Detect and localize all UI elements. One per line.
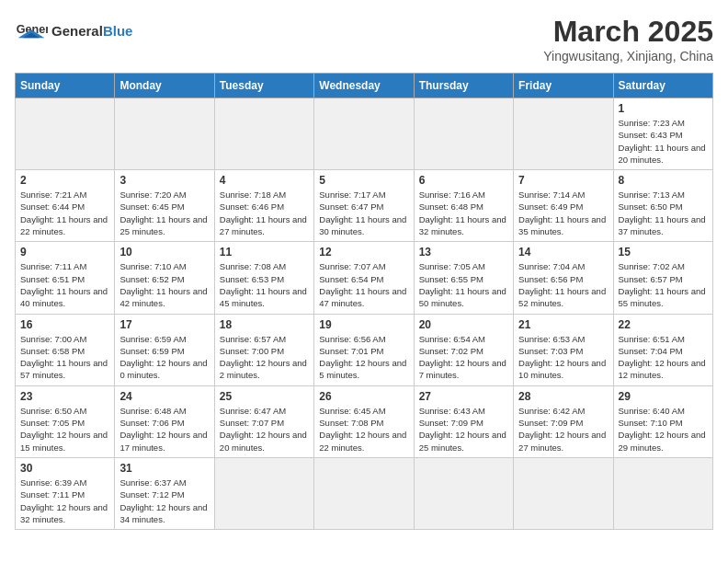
day-number: 18 — [220, 318, 309, 331]
day-number: 23 — [20, 390, 109, 403]
day-number: 7 — [518, 174, 608, 187]
calendar-week-row: 9Sunrise: 7:11 AMSunset: 6:51 PMDaylight… — [16, 242, 713, 314]
day-number: 10 — [119, 246, 209, 259]
day-info: Sunrise: 7:07 AMSunset: 6:54 PMDaylight:… — [319, 260, 408, 309]
day-info: Sunrise: 7:10 AMSunset: 6:52 PMDaylight:… — [119, 260, 209, 309]
weekday-header-cell: Wednesday — [314, 74, 414, 98]
calendar-day-cell — [314, 98, 414, 170]
day-number: 26 — [319, 390, 408, 403]
calendar-day-cell: 9Sunrise: 7:11 AMSunset: 6:51 PMDaylight… — [16, 242, 115, 314]
month-title: March 2025 — [543, 15, 713, 49]
day-number: 25 — [220, 390, 309, 403]
day-number: 19 — [319, 318, 408, 331]
calendar-day-cell: 5Sunrise: 7:17 AMSunset: 6:47 PMDaylight… — [314, 170, 414, 242]
calendar-day-cell: 8Sunrise: 7:13 AMSunset: 6:50 PMDaylight… — [613, 170, 712, 242]
page-header: General GeneralBlue March 2025 Yingwusit… — [15, 15, 713, 63]
day-number: 6 — [419, 174, 508, 187]
day-info: Sunrise: 7:00 AMSunset: 6:58 PMDaylight:… — [20, 333, 109, 382]
day-number: 13 — [419, 246, 508, 259]
day-info: Sunrise: 7:14 AMSunset: 6:49 PMDaylight:… — [518, 189, 608, 237]
calendar-day-cell — [115, 98, 214, 170]
calendar-week-row: 16Sunrise: 7:00 AMSunset: 6:58 PMDayligh… — [16, 314, 713, 385]
calendar-day-cell — [214, 457, 313, 529]
day-number: 31 — [119, 462, 209, 475]
day-info: Sunrise: 7:13 AMSunset: 6:50 PMDaylight:… — [619, 189, 708, 237]
weekday-header-cell: Friday — [514, 74, 613, 98]
calendar-day-cell — [214, 98, 313, 170]
day-info: Sunrise: 6:45 AMSunset: 7:08 PMDaylight:… — [319, 405, 408, 454]
day-info: Sunrise: 6:48 AMSunset: 7:06 PMDaylight:… — [119, 405, 209, 454]
calendar-day-cell: 1Sunrise: 7:23 AMSunset: 6:43 PMDaylight… — [613, 98, 712, 170]
day-number: 27 — [419, 390, 508, 403]
calendar-day-cell — [314, 457, 414, 529]
calendar-day-cell: 3Sunrise: 7:20 AMSunset: 6:45 PMDaylight… — [115, 170, 214, 242]
calendar-day-cell: 10Sunrise: 7:10 AMSunset: 6:52 PMDayligh… — [115, 242, 214, 314]
calendar-day-cell: 25Sunrise: 6:47 AMSunset: 7:07 PMDayligh… — [214, 385, 313, 457]
weekday-header-row: SundayMondayTuesdayWednesdayThursdayFrid… — [16, 74, 713, 98]
day-info: Sunrise: 7:04 AMSunset: 6:56 PMDaylight:… — [518, 260, 608, 309]
day-info: Sunrise: 6:40 AMSunset: 7:10 PMDaylight:… — [619, 405, 708, 454]
day-number: 20 — [419, 318, 508, 331]
calendar-day-cell: 28Sunrise: 6:42 AMSunset: 7:09 PMDayligh… — [514, 385, 613, 457]
day-info: Sunrise: 7:16 AMSunset: 6:48 PMDaylight:… — [419, 189, 508, 237]
day-info: Sunrise: 6:59 AMSunset: 6:59 PMDaylight:… — [119, 333, 209, 382]
calendar-day-cell — [514, 98, 613, 170]
calendar-day-cell: 11Sunrise: 7:08 AMSunset: 6:53 PMDayligh… — [214, 242, 313, 314]
day-number: 4 — [220, 174, 309, 187]
day-number: 9 — [20, 246, 109, 259]
calendar-day-cell: 27Sunrise: 6:43 AMSunset: 7:09 PMDayligh… — [414, 385, 513, 457]
day-info: Sunrise: 7:18 AMSunset: 6:46 PMDaylight:… — [220, 189, 309, 237]
title-area: March 2025 Yingwusitang, Xinjiang, China — [543, 15, 713, 63]
day-number: 16 — [20, 318, 109, 331]
day-number: 22 — [619, 318, 708, 331]
day-info: Sunrise: 6:39 AMSunset: 7:11 PMDaylight:… — [20, 477, 109, 525]
day-number: 21 — [518, 318, 608, 331]
logo: General GeneralBlue — [15, 15, 132, 48]
calendar-day-cell — [16, 98, 115, 170]
day-info: Sunrise: 7:08 AMSunset: 6:53 PMDaylight:… — [220, 260, 309, 309]
weekday-header-cell: Tuesday — [214, 74, 313, 98]
calendar-day-cell: 6Sunrise: 7:16 AMSunset: 6:48 PMDaylight… — [414, 170, 513, 242]
day-info: Sunrise: 6:56 AMSunset: 7:01 PMDaylight:… — [319, 333, 408, 382]
day-number: 24 — [119, 390, 209, 403]
day-number: 5 — [319, 174, 408, 187]
calendar-day-cell: 13Sunrise: 7:05 AMSunset: 6:55 PMDayligh… — [414, 242, 513, 314]
day-number: 15 — [619, 246, 708, 259]
calendar-day-cell: 30Sunrise: 6:39 AMSunset: 7:11 PMDayligh… — [16, 457, 115, 529]
calendar-day-cell: 23Sunrise: 6:50 AMSunset: 7:05 PMDayligh… — [16, 385, 115, 457]
day-number: 2 — [20, 174, 109, 187]
day-info: Sunrise: 7:21 AMSunset: 6:44 PMDaylight:… — [20, 189, 109, 237]
weekday-header-cell: Sunday — [16, 74, 115, 98]
day-info: Sunrise: 6:53 AMSunset: 7:03 PMDaylight:… — [518, 333, 608, 382]
day-number: 28 — [518, 390, 608, 403]
calendar-day-cell: 20Sunrise: 6:54 AMSunset: 7:02 PMDayligh… — [414, 314, 513, 385]
weekday-header-cell: Monday — [115, 74, 214, 98]
day-number: 12 — [319, 246, 408, 259]
calendar-day-cell — [414, 98, 513, 170]
calendar-day-cell — [414, 457, 513, 529]
weekday-header-cell: Saturday — [613, 74, 712, 98]
calendar-day-cell — [613, 457, 712, 529]
calendar-day-cell: 29Sunrise: 6:40 AMSunset: 7:10 PMDayligh… — [613, 385, 712, 457]
day-info: Sunrise: 6:37 AMSunset: 7:12 PMDaylight:… — [119, 477, 209, 525]
day-number: 30 — [20, 462, 109, 475]
calendar-day-cell: 18Sunrise: 6:57 AMSunset: 7:00 PMDayligh… — [214, 314, 313, 385]
day-number: 14 — [518, 246, 608, 259]
calendar-day-cell: 4Sunrise: 7:18 AMSunset: 6:46 PMDaylight… — [214, 170, 313, 242]
location-subtitle: Yingwusitang, Xinjiang, China — [543, 49, 713, 63]
day-info: Sunrise: 6:42 AMSunset: 7:09 PMDaylight:… — [518, 405, 608, 454]
calendar-day-cell: 17Sunrise: 6:59 AMSunset: 6:59 PMDayligh… — [115, 314, 214, 385]
calendar-table: SundayMondayTuesdayWednesdayThursdayFrid… — [15, 73, 713, 530]
logo-icon: General — [15, 15, 48, 48]
day-number: 11 — [220, 246, 309, 259]
calendar-day-cell: 7Sunrise: 7:14 AMSunset: 6:49 PMDaylight… — [514, 170, 613, 242]
day-number: 8 — [619, 174, 708, 187]
calendar-day-cell: 16Sunrise: 7:00 AMSunset: 6:58 PMDayligh… — [16, 314, 115, 385]
calendar-week-row: 23Sunrise: 6:50 AMSunset: 7:05 PMDayligh… — [16, 385, 713, 457]
calendar-day-cell: 22Sunrise: 6:51 AMSunset: 7:04 PMDayligh… — [613, 314, 712, 385]
day-info: Sunrise: 6:54 AMSunset: 7:02 PMDaylight:… — [419, 333, 508, 382]
calendar-day-cell: 15Sunrise: 7:02 AMSunset: 6:57 PMDayligh… — [613, 242, 712, 314]
calendar-day-cell: 19Sunrise: 6:56 AMSunset: 7:01 PMDayligh… — [314, 314, 414, 385]
day-info: Sunrise: 6:51 AMSunset: 7:04 PMDaylight:… — [619, 333, 708, 382]
day-number: 29 — [619, 390, 708, 403]
